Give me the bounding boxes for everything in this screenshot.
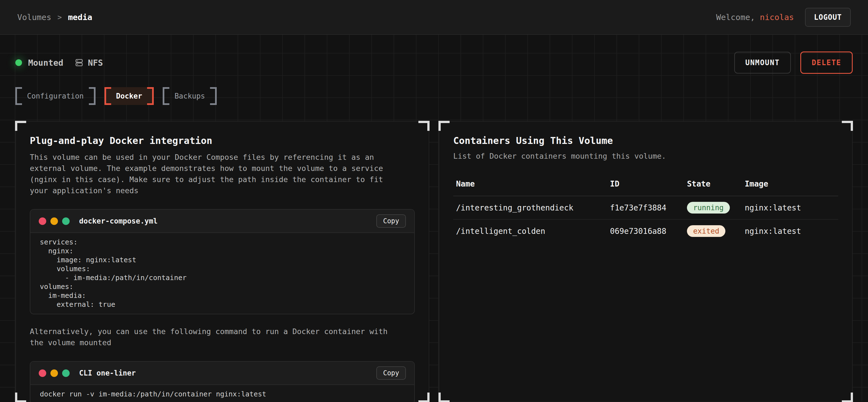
breadcrumb-volumes-link[interactable]: Volumes: [17, 12, 51, 22]
traffic-light-red-icon: [39, 369, 46, 377]
corner-bracket-icon: [842, 121, 853, 131]
mounted-label: Mounted: [28, 58, 63, 68]
code-block-filename: CLI one-liner: [79, 369, 376, 377]
tab-configuration[interactable]: Configuration: [15, 87, 96, 105]
breadcrumb-separator-icon: >: [57, 13, 62, 22]
code-block-header: docker-compose.yml Copy: [30, 210, 414, 233]
header-right: Welcome, nicolas LOGOUT: [716, 8, 851, 27]
driver-info: NFS: [74, 58, 103, 68]
container-name: /interesting_grothendieck: [453, 196, 607, 220]
corner-bracket-icon: [15, 393, 26, 402]
status-actions: UNMOUNT DELETE: [734, 52, 853, 74]
status-dot-icon: [15, 59, 22, 66]
code-block-header: CLI one-liner Copy: [30, 362, 414, 385]
tab-docker[interactable]: Docker: [104, 87, 154, 105]
state-badge: exited: [687, 225, 725, 237]
cli-intro-text: Alternatively, you can use the following…: [30, 326, 395, 348]
code-block-filename: docker-compose.yml: [79, 217, 376, 225]
status-row: Mounted NFS UNMOUNT DELETE: [15, 52, 853, 74]
container-id: f1e73e7f3884: [607, 196, 684, 220]
containers-table: Name ID State Image /interesting_grothen…: [453, 174, 838, 242]
driver-label: NFS: [88, 58, 103, 68]
tab-backups[interactable]: Backups: [163, 87, 217, 105]
table-header-row: Name ID State Image: [453, 174, 838, 196]
corner-bracket-icon: [438, 393, 450, 402]
docker-integration-panel: Plug-and-play Docker integration This vo…: [15, 121, 429, 402]
copy-button[interactable]: Copy: [376, 366, 406, 380]
mounted-status: Mounted: [15, 58, 63, 68]
traffic-light-green-icon: [62, 217, 70, 225]
traffic-lights: [39, 369, 70, 377]
column-header-image: Image: [742, 174, 838, 196]
corner-bracket-icon: [438, 121, 450, 131]
welcome-label: Welcome,: [716, 12, 755, 22]
corner-bracket-icon: [15, 121, 26, 131]
container-image: nginx:latest: [742, 196, 838, 220]
status-left: Mounted NFS: [15, 58, 103, 68]
column-header-id: ID: [607, 174, 684, 196]
delete-button[interactable]: DELETE: [800, 52, 853, 74]
traffic-light-green-icon: [62, 369, 70, 377]
state-badge: running: [687, 202, 730, 213]
cli-code-block: CLI one-liner Copy docker run -v im-medi…: [30, 361, 415, 402]
container-name: /intelligent_colden: [453, 220, 607, 242]
corner-bracket-icon: [418, 121, 430, 131]
panel-subtitle: List of Docker containers mounting this …: [453, 152, 838, 160]
username: nicolas: [760, 12, 794, 22]
containers-panel: Containers Using This Volume List of Doc…: [439, 121, 853, 402]
panel-title: Containers Using This Volume: [453, 135, 838, 146]
welcome-text: Welcome, nicolas: [716, 12, 794, 22]
unmount-button[interactable]: UNMOUNT: [734, 52, 791, 73]
compose-code-content: services: nginx: image: nginx:latest vol…: [30, 233, 414, 314]
traffic-light-yellow-icon: [51, 369, 58, 377]
panel-title: Plug-and-play Docker integration: [30, 135, 415, 146]
column-header-name: Name: [453, 174, 607, 196]
corner-bracket-icon: [418, 393, 430, 402]
logout-button[interactable]: LOGOUT: [805, 8, 851, 27]
column-header-state: State: [684, 174, 742, 196]
traffic-light-yellow-icon: [51, 217, 58, 225]
container-image: nginx:latest: [742, 220, 838, 242]
panel-description: This volume can be used in your Docker C…: [30, 152, 395, 196]
header-bar: Volumes > media Welcome, nicolas LOGOUT: [0, 0, 868, 35]
table-row: /interesting_grothendieck f1e73e7f3884 r…: [453, 196, 838, 220]
compose-code-block: docker-compose.yml Copy services: nginx:…: [30, 209, 415, 314]
cli-code-content: docker run -v im-media:/path/in/containe…: [30, 385, 414, 402]
tab-bar: Configuration Docker Backups: [15, 87, 853, 105]
container-id: 069e73016a88: [607, 220, 684, 242]
table-row: /intelligent_colden 069e73016a88 exited …: [453, 220, 838, 242]
server-icon: [74, 58, 84, 67]
main-content: Mounted NFS UNMOUNT DELETE Configuration: [0, 35, 868, 401]
breadcrumb: Volumes > media: [17, 12, 92, 22]
corner-bracket-icon: [842, 393, 853, 402]
panels: Plug-and-play Docker integration This vo…: [15, 121, 853, 402]
traffic-lights: [39, 217, 70, 225]
copy-button[interactable]: Copy: [376, 214, 406, 228]
breadcrumb-current: media: [68, 12, 92, 22]
traffic-light-red-icon: [39, 217, 46, 225]
